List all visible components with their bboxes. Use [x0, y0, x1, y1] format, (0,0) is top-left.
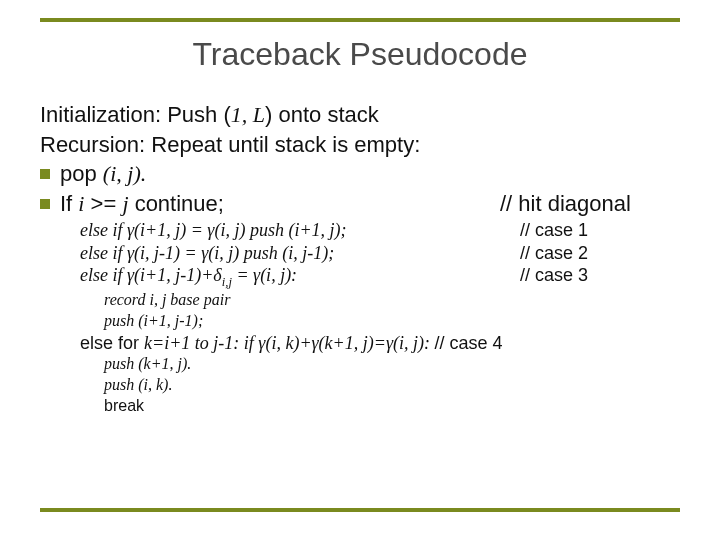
text-ital: 1, L	[231, 102, 265, 127]
case3: else if γ(i+1, j-1)+δi,j = γ(i, j): // c…	[80, 264, 680, 290]
top-rule	[40, 18, 680, 22]
text: continue;	[129, 191, 224, 216]
slide: Traceback Pseudocode Initialization: Pus…	[0, 0, 720, 540]
comment: // case 1	[520, 220, 588, 240]
bullet-body: If i >= j continue; // hit diagonal	[60, 190, 680, 218]
bullet-body: pop (i, j).	[60, 160, 680, 188]
break-line: break	[104, 396, 680, 417]
push-ik: push (i, k).	[104, 375, 680, 396]
bullet-if: If i >= j continue; // hit diagonal	[40, 190, 680, 218]
text: >=	[84, 191, 122, 216]
bullet-icon	[40, 199, 50, 209]
text: push (i, k).	[104, 376, 172, 393]
subscript: i,j	[222, 275, 232, 289]
text: else if γ(i+1, j) = γ(i, j) push (i+1, j…	[80, 220, 347, 240]
bullet-icon	[40, 169, 50, 179]
text: = γ(i, j):	[232, 265, 297, 285]
comment: // hit diagonal	[500, 190, 631, 218]
record-line: record i, j base pair	[104, 290, 680, 311]
comment: // case 4	[434, 333, 502, 353]
text-ital: (i, j).	[103, 161, 146, 186]
bottom-rule	[40, 508, 680, 512]
line-init: Initialization: Push (1, L) onto stack	[40, 101, 680, 129]
comment: // case 2	[520, 243, 588, 263]
case4: else for k=i+1 to j-1: if γ(i, k)+γ(k+1,…	[80, 332, 680, 355]
push-k1: push (k+1, j).	[104, 354, 680, 375]
text: Initialization: Push (	[40, 102, 231, 127]
text: push (k+1, j).	[104, 355, 191, 372]
text: break	[104, 397, 144, 414]
text: else if γ(i, j-1) = γ(i, j) push (i, j-1…	[80, 243, 334, 263]
slide-body: Initialization: Push (1, L) onto stack R…	[40, 101, 680, 417]
text: else for	[80, 333, 144, 353]
if-comment: // hit diagonal	[500, 190, 680, 218]
case1: else if γ(i+1, j) = γ(i, j) push (i+1, j…	[80, 219, 680, 242]
text: ) onto stack	[265, 102, 379, 127]
comment: // case 3	[520, 265, 588, 285]
text: k=i+1 to j-1: if γ(i, k)+γ(k+1, j)=γ(i, …	[144, 333, 434, 353]
push-line: push (i+1, j-1);	[104, 311, 680, 332]
text: If	[60, 191, 78, 216]
slide-title: Traceback Pseudocode	[40, 36, 680, 73]
text: pop	[60, 161, 103, 186]
line-recursion: Recursion: Repeat until stack is empty:	[40, 131, 680, 159]
bullet-pop: pop (i, j).	[40, 160, 680, 188]
case2: else if γ(i, j-1) = γ(i, j) push (i, j-1…	[80, 242, 680, 265]
text: else if γ(i+1, j-1)+δ	[80, 265, 222, 285]
text: record i, j base pair	[104, 291, 230, 308]
if-left: If i >= j continue;	[60, 190, 500, 218]
text: push (i+1, j-1);	[104, 312, 203, 329]
